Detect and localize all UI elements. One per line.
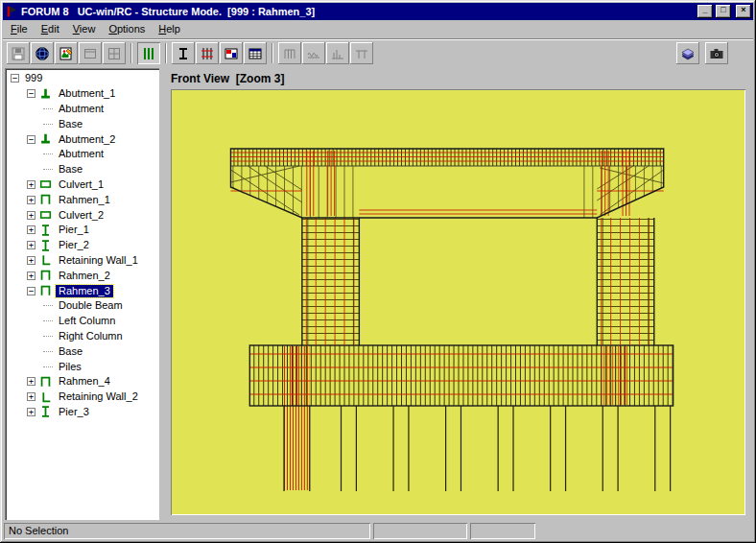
tree-item-retaining-wall-1[interactable]: +Retaining Wall_1	[7, 253, 157, 269]
tree-item-piles[interactable]: Piles	[7, 359, 157, 374]
gray-bars-icon	[330, 46, 345, 61]
maximize-button[interactable]: □	[716, 5, 731, 18]
tree-item-999[interactable]: −999	[7, 71, 157, 86]
tree-item-rahmen-1[interactable]: +Rahmen_1	[7, 192, 157, 207]
menu-options[interactable]: Options	[102, 21, 152, 37]
expand-icon[interactable]: +	[27, 256, 35, 265]
view-panel: Front View [Zoom 3]	[164, 68, 751, 520]
tree-item-label: Abutment	[56, 103, 106, 115]
collapse-icon[interactable]: −	[11, 74, 19, 83]
rebar-grid-icon	[200, 46, 215, 61]
tree-item-rahmen-4[interactable]: +Rahmen_4	[7, 374, 157, 390]
toolbar	[7, 42, 373, 64]
menu-file[interactable]: File	[4, 21, 35, 37]
tree-item-abutment[interactable]: Abutment	[7, 102, 157, 117]
drawing-canvas[interactable]	[171, 89, 745, 515]
expand-icon[interactable]: +	[27, 225, 35, 234]
tree-panel[interactable]: −999−Abutment_1AbutmentBase−Abutment_2Ab…	[5, 68, 159, 520]
tree-item-label: Rahmen_4	[56, 375, 113, 388]
tree-item-label: Rahmen_2	[56, 270, 113, 282]
edit-picture-button[interactable]	[55, 42, 78, 64]
rahmen-icon	[38, 269, 53, 282]
window-view-button	[79, 42, 102, 64]
globe-button[interactable]	[31, 42, 54, 64]
expand-icon[interactable]: +	[27, 211, 35, 220]
expand-icon[interactable]: +	[27, 180, 35, 189]
tree-item-label: Right Column	[56, 330, 126, 342]
menu-help[interactable]: Help	[152, 21, 187, 37]
ibeam-section-button[interactable]	[172, 42, 195, 64]
tree-item-pier-2[interactable]: +Pier_2	[7, 238, 157, 253]
camera-icon	[709, 46, 724, 61]
tree-item-label: Left Column	[56, 315, 118, 327]
view-3d-button[interactable]	[676, 42, 699, 64]
tree-item-abutment-1[interactable]: −Abutment_1	[7, 86, 157, 102]
minimize-button[interactable]: _	[697, 5, 713, 18]
tree-item-label: Piles	[56, 361, 84, 373]
close-button[interactable]: ×	[736, 5, 751, 18]
tree-connector	[43, 305, 53, 306]
tree-item-base[interactable]: Base	[7, 116, 157, 131]
collapse-icon[interactable]: −	[27, 89, 35, 98]
tree-item-label: Abutment	[56, 148, 106, 160]
tree-item-base[interactable]: Base	[7, 162, 157, 177]
camera-button[interactable]	[705, 42, 728, 64]
tree-item-right-column[interactable]: Right Column	[7, 329, 157, 344]
tree-item-retaining-wall-2[interactable]: +Retaining Wall_2	[7, 390, 157, 405]
tree-connector	[43, 108, 53, 109]
menu-bar: FileEditViewOptionsHelp	[3, 20, 753, 38]
wall-icon	[38, 253, 53, 267]
toolbar-right	[676, 42, 728, 64]
menu-edit[interactable]: Edit	[35, 21, 66, 37]
expand-icon[interactable]: +	[27, 272, 35, 280]
tree-connector	[43, 366, 53, 367]
structure-drawing	[173, 91, 744, 513]
picture-view-button[interactable]	[220, 42, 243, 64]
tree-connector	[43, 124, 53, 125]
tree-connector	[43, 351, 53, 352]
status-panel-3	[470, 523, 535, 539]
tree-item-label: Abutment_2	[56, 133, 118, 146]
table-icon	[248, 46, 263, 61]
abutment-icon	[38, 87, 53, 101]
tree-item-label: Retaining Wall_1	[56, 254, 141, 267]
collapse-icon[interactable]: −	[27, 287, 35, 295]
pi-tool-button	[350, 42, 373, 64]
expand-icon[interactable]: +	[27, 392, 35, 401]
tree-item-left-column[interactable]: Left Column	[7, 314, 157, 329]
tree-connector	[43, 336, 53, 337]
tree-item-rahmen-2[interactable]: +Rahmen_2	[7, 268, 157, 283]
tree-item-rahmen-3[interactable]: −Rahmen_3	[7, 283, 157, 298]
gray-window-icon	[83, 46, 98, 61]
expand-icon[interactable]: +	[27, 196, 35, 204]
tree-item-base[interactable]: Base	[7, 343, 157, 359]
tree-item-abutment-2[interactable]: −Abutment_2	[7, 131, 157, 147]
tree-item-label: Rahmen_1	[56, 194, 113, 206]
table-view-button[interactable]	[244, 42, 267, 64]
expand-icon[interactable]: +	[27, 408, 35, 416]
toolbar-separator	[272, 43, 273, 63]
title-bar[interactable]: FORUM 8 UC-win/RC - Structure Mode. [999…	[3, 3, 753, 20]
tree-item-label: Culvert_1	[56, 178, 106, 191]
view-label: Front View [Zoom 3]	[171, 70, 745, 89]
book-3d-icon	[680, 46, 696, 61]
tree-item-culvert-1[interactable]: +Culvert_1	[7, 177, 157, 193]
expand-icon[interactable]: +	[27, 377, 35, 386]
tree-item-label: Abutment_1	[56, 87, 118, 100]
rebar-section-button[interactable]	[196, 42, 219, 64]
menu-view[interactable]: View	[66, 21, 103, 37]
wall-icon	[38, 390, 53, 404]
ibeam-icon	[176, 46, 191, 61]
tree-item-culvert-2[interactable]: +Culvert_2	[7, 207, 157, 223]
tree-item-abutment[interactable]: Abutment	[7, 147, 157, 162]
tree-item-label: Double Beam	[56, 299, 126, 312]
tree-item-label: Base	[56, 118, 85, 130]
collapse-icon[interactable]: −	[27, 135, 35, 144]
tree-item-double-beam[interactable]: Double Beam	[7, 298, 157, 314]
expand-icon[interactable]: +	[27, 241, 35, 249]
rahmen-icon	[38, 284, 53, 297]
tree-item-pier-3[interactable]: +Pier_3	[7, 405, 157, 420]
tree-item-pier-1[interactable]: +Pier_1	[7, 223, 157, 238]
bars-tool-button	[326, 42, 349, 64]
section-lines-button[interactable]	[137, 42, 160, 64]
